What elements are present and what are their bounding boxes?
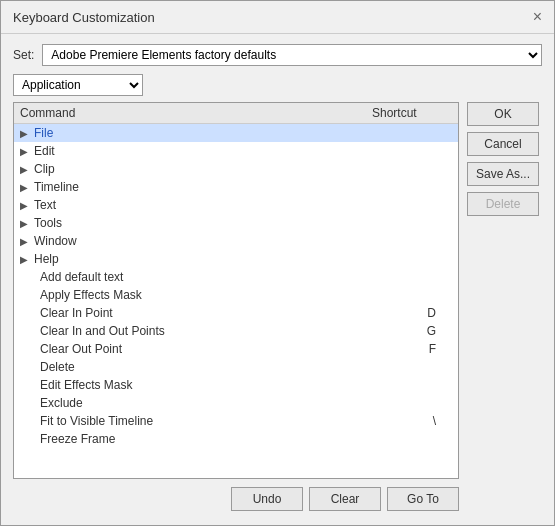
undo-button[interactable]: Undo xyxy=(231,487,303,511)
save-as-button[interactable]: Save As... xyxy=(467,162,539,186)
row-label: Add default text xyxy=(40,270,392,284)
row-label: Delete xyxy=(40,360,392,374)
table-body: ▶File▶Edit▶Clip▶Timeline▶Text▶Tools▶Wind… xyxy=(14,124,458,448)
main-area: Application Command Shortcut ▶File▶Edit▶… xyxy=(13,74,542,479)
column-shortcut: Shortcut xyxy=(372,106,452,120)
table-row[interactable]: ▶Help xyxy=(14,250,458,268)
table-row[interactable]: Clear Out PointF xyxy=(14,340,458,358)
app-select[interactable]: Application xyxy=(13,74,143,96)
expand-arrow-icon: ▶ xyxy=(20,200,34,211)
row-label: Edit Effects Mask xyxy=(40,378,392,392)
app-dropdown-row: Application xyxy=(13,74,459,96)
table-row[interactable]: Clear In and Out PointsG xyxy=(14,322,458,340)
cancel-button[interactable]: Cancel xyxy=(467,132,539,156)
row-label: Clip xyxy=(34,162,392,176)
close-button[interactable]: × xyxy=(533,9,542,25)
row-label: Fit to Visible Timeline xyxy=(40,414,392,428)
row-label: Apply Effects Mask xyxy=(40,288,392,302)
dialog-title: Keyboard Customization xyxy=(13,10,155,25)
table-row[interactable]: Fit to Visible Timeline\ xyxy=(14,412,458,430)
row-label: Edit xyxy=(34,144,392,158)
clear-button[interactable]: Clear xyxy=(309,487,381,511)
keyboard-customization-dialog: Keyboard Customization × Set: Adobe Prem… xyxy=(0,0,555,526)
row-shortcut: F xyxy=(392,342,452,356)
row-label: Timeline xyxy=(34,180,392,194)
bottom-row: Undo Clear Go To xyxy=(13,487,542,515)
table-row[interactable]: Add default text xyxy=(14,268,458,286)
delete-button[interactable]: Delete xyxy=(467,192,539,216)
command-table: Command Shortcut ▶File▶Edit▶Clip▶Timelin… xyxy=(13,102,459,479)
row-label: Clear In Point xyxy=(40,306,392,320)
right-panel: OK Cancel Save As... Delete xyxy=(467,74,542,479)
expand-arrow-icon: ▶ xyxy=(20,146,34,157)
left-panel: Application Command Shortcut ▶File▶Edit▶… xyxy=(13,74,459,479)
table-row[interactable]: ▶File xyxy=(14,124,458,142)
table-row[interactable]: Edit Effects Mask xyxy=(14,376,458,394)
row-label: Clear Out Point xyxy=(40,342,392,356)
title-bar: Keyboard Customization × xyxy=(1,1,554,34)
row-label: Window xyxy=(34,234,392,248)
row-label: Tools xyxy=(34,216,392,230)
row-label: Help xyxy=(34,252,392,266)
row-label: File xyxy=(34,126,392,140)
expand-arrow-icon: ▶ xyxy=(20,236,34,247)
set-row: Set: Adobe Premiere Elements factory def… xyxy=(13,44,542,66)
row-label: Clear In and Out Points xyxy=(40,324,392,338)
expand-arrow-icon: ▶ xyxy=(20,164,34,175)
table-row[interactable]: Freeze Frame xyxy=(14,430,458,448)
table-row[interactable]: Clear In PointD xyxy=(14,304,458,322)
row-shortcut: G xyxy=(392,324,452,338)
table-header: Command Shortcut xyxy=(14,103,458,124)
expand-arrow-icon: ▶ xyxy=(20,254,34,265)
dialog-body: Set: Adobe Premiere Elements factory def… xyxy=(1,34,554,525)
column-command: Command xyxy=(20,106,372,120)
table-row[interactable]: ▶Window xyxy=(14,232,458,250)
row-label: Freeze Frame xyxy=(40,432,392,446)
row-shortcut: D xyxy=(392,306,452,320)
table-row[interactable]: Exclude xyxy=(14,394,458,412)
go-to-button[interactable]: Go To xyxy=(387,487,459,511)
ok-button[interactable]: OK xyxy=(467,102,539,126)
table-row[interactable]: Delete xyxy=(14,358,458,376)
table-row[interactable]: ▶Clip xyxy=(14,160,458,178)
expand-arrow-icon: ▶ xyxy=(20,182,34,193)
table-row[interactable]: ▶Timeline xyxy=(14,178,458,196)
row-label: Exclude xyxy=(40,396,392,410)
row-shortcut: \ xyxy=(392,414,452,428)
table-row[interactable]: ▶Tools xyxy=(14,214,458,232)
expand-arrow-icon: ▶ xyxy=(20,128,34,139)
row-label: Text xyxy=(34,198,392,212)
table-row[interactable]: ▶Edit xyxy=(14,142,458,160)
table-row[interactable]: ▶Text xyxy=(14,196,458,214)
table-row[interactable]: Apply Effects Mask xyxy=(14,286,458,304)
expand-arrow-icon: ▶ xyxy=(20,218,34,229)
set-select[interactable]: Adobe Premiere Elements factory defaults xyxy=(42,44,542,66)
set-label: Set: xyxy=(13,48,34,62)
